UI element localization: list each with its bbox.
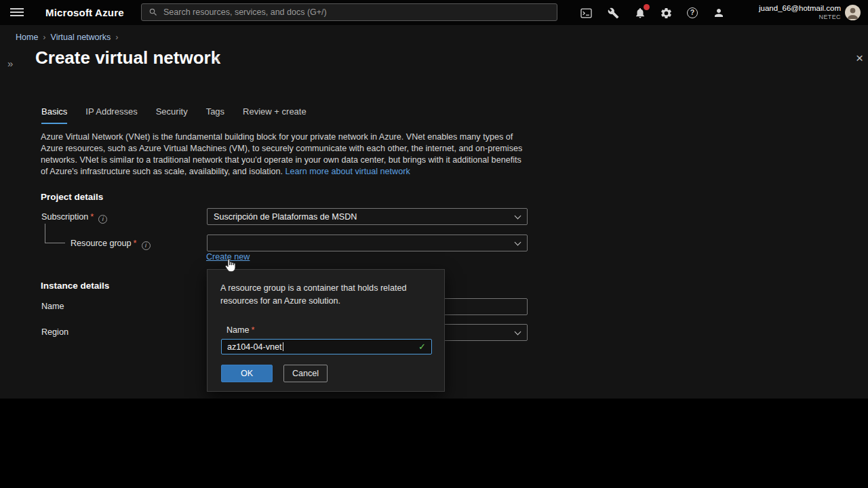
menu-icon[interactable] xyxy=(10,8,24,17)
close-blade-icon[interactable]: × xyxy=(856,51,863,66)
vnet-description-text: Azure Virtual Network (VNet) is the fund… xyxy=(41,132,522,176)
region-label: Region xyxy=(41,327,68,337)
resource-group-name-value: az104-04-vnet xyxy=(227,342,282,352)
instance-details-heading: Instance details xyxy=(41,281,109,291)
feedback-person-icon[interactable] xyxy=(711,5,726,20)
favorite-star-icon[interactable]: ☆ xyxy=(212,54,221,64)
resource-group-help-text: A resource group is a container that hol… xyxy=(220,282,432,308)
search-input[interactable] xyxy=(163,7,550,17)
required-marker: * xyxy=(134,239,137,248)
avatar[interactable] xyxy=(845,5,861,20)
breadcrumb-virtual-networks[interactable]: Virtual networks xyxy=(51,33,111,42)
account-menu[interactable]: juand_66@hotmail.com NETEC xyxy=(743,4,841,22)
resource-group-label: Resource group*i xyxy=(71,239,151,250)
vnet-name-label: Name xyxy=(41,302,64,311)
valid-check-icon: ✓ xyxy=(418,342,426,352)
breadcrumb-home[interactable]: Home xyxy=(16,33,38,42)
vnet-description: Azure Virtual Network (VNet) is the fund… xyxy=(41,131,526,178)
chevron-down-icon xyxy=(515,329,521,336)
info-icon[interactable]: i xyxy=(142,241,151,250)
resource-group-name-input[interactable]: az104-04-vnet ✓ xyxy=(221,339,432,354)
tab-tags[interactable]: Tags xyxy=(206,106,224,124)
cloud-shell-icon[interactable] xyxy=(578,5,593,20)
help-icon[interactable]: ? xyxy=(685,5,700,20)
required-marker: * xyxy=(90,212,94,222)
account-email: juand_66@hotmail.com xyxy=(743,4,841,13)
create-resource-group-popup: A resource group is a container that hol… xyxy=(207,269,445,392)
expand-panel-chevron[interactable]: » xyxy=(7,58,13,69)
tab-review-create[interactable]: Review + create xyxy=(243,106,307,124)
subscription-dropdown[interactable]: Suscripción de Plataformas de MSDN xyxy=(207,208,528,225)
create-new-link[interactable]: Create new xyxy=(206,252,250,262)
ok-button[interactable]: OK xyxy=(221,365,273,382)
wrench-icon[interactable] xyxy=(606,5,620,20)
subscription-label: Subscription*i xyxy=(41,212,107,224)
global-search[interactable] xyxy=(141,3,557,21)
required-marker: * xyxy=(252,325,255,335)
project-details-heading: Project details xyxy=(41,192,103,202)
breadcrumb-separator: › xyxy=(43,33,45,42)
account-tenant: NETEC xyxy=(743,13,841,22)
breadcrumb-separator: › xyxy=(115,33,118,42)
breadcrumb: Home›Virtual networks› xyxy=(16,33,123,42)
tab-security[interactable]: Security xyxy=(156,106,188,124)
text-caret xyxy=(283,342,283,351)
top-bar: Microsoft Azure xyxy=(0,0,868,25)
popup-name-label: Name* xyxy=(226,325,255,335)
cancel-button[interactable]: Cancel xyxy=(283,365,328,382)
wizard-tabs: Basics IP Addresses Security Tags Review… xyxy=(41,106,307,124)
create-virtual-network-page: Microsoft Azure xyxy=(0,0,868,399)
resource-group-dropdown[interactable] xyxy=(207,235,528,251)
resource-group-connector xyxy=(45,243,65,243)
settings-gear-icon[interactable] xyxy=(658,5,673,20)
tab-basics[interactable]: Basics xyxy=(41,106,67,124)
learn-more-link[interactable]: Learn more about virtual network xyxy=(285,167,410,176)
chevron-down-icon xyxy=(515,213,521,220)
tab-ip-addresses[interactable]: IP Addresses xyxy=(85,106,137,124)
info-icon[interactable]: i xyxy=(98,215,107,224)
notification-badge xyxy=(644,4,650,10)
azure-brand[interactable]: Microsoft Azure xyxy=(45,7,124,18)
chevron-down-icon xyxy=(515,239,521,246)
search-icon xyxy=(149,7,158,17)
page-title: Create virtual network xyxy=(35,47,220,68)
subscription-value: Suscripción de Plataformas de MSDN xyxy=(214,212,357,222)
resource-group-connector xyxy=(45,224,45,243)
notifications-bell-icon[interactable] xyxy=(633,5,648,20)
